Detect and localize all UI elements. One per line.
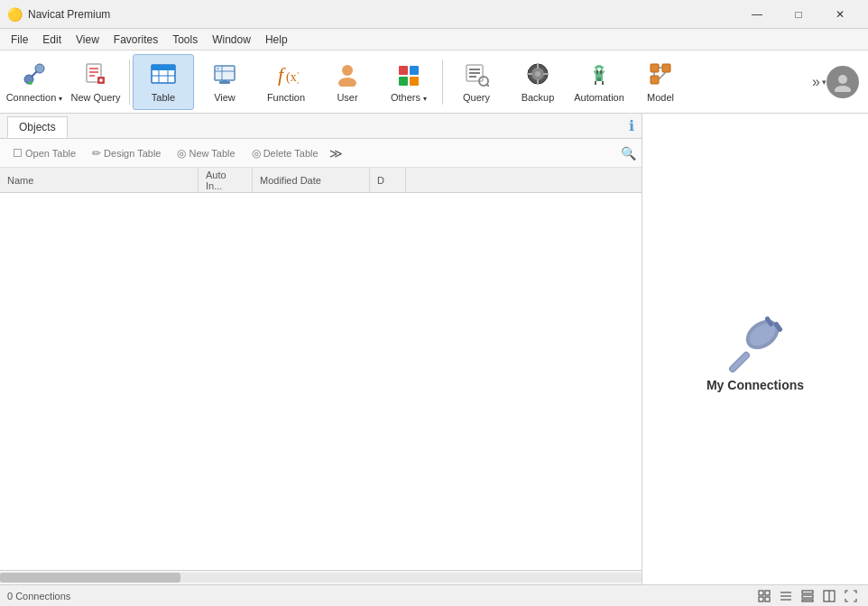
minimize-button[interactable]: — — [736, 0, 778, 29]
svg-rect-72 — [802, 595, 813, 598]
svg-rect-53 — [662, 64, 670, 72]
detail-icon — [801, 590, 814, 602]
svg-point-37 — [535, 71, 540, 77]
right-panel: My Connections — [642, 114, 868, 584]
delete-table-icon: ◎ — [252, 147, 261, 160]
info-button[interactable]: ℹ — [629, 117, 634, 134]
toolbar-model-button[interactable]: Model — [630, 54, 691, 110]
toolbar-view-button[interactable]: View — [194, 54, 255, 110]
content-area: Objects ℹ ☐ Open Table ✏ Design Table ◎ … — [0, 114, 868, 584]
table-label: Table — [152, 92, 175, 103]
toolbar-table-button[interactable]: Table — [133, 54, 194, 110]
connection-label: Connection ▾ — [6, 92, 63, 103]
svg-rect-45 — [596, 70, 598, 74]
menu-favorites[interactable]: Favorites — [106, 29, 165, 50]
window-controls: — □ ✕ — [736, 0, 861, 29]
maximize-button[interactable]: □ — [778, 0, 819, 29]
list-view-button[interactable] — [776, 587, 796, 605]
svg-rect-40 — [528, 73, 532, 75]
toolbar-others-button[interactable]: Others ▾ — [378, 54, 439, 110]
menu-window[interactable]: Window — [205, 29, 258, 50]
list-icon — [780, 590, 792, 602]
design-table-icon: ✏ — [92, 147, 101, 160]
action-bar: ☐ Open Table ✏ Design Table ◎ New Table … — [0, 139, 642, 168]
delete-table-button[interactable]: ◎ Delete Table — [245, 145, 326, 161]
close-button[interactable]: ✕ — [819, 0, 861, 29]
svg-rect-66 — [759, 597, 763, 601]
toolbar-function-button[interactable]: f (x) Function — [255, 54, 317, 110]
svg-text:(x): (x) — [286, 70, 299, 85]
svg-point-59 — [835, 86, 851, 92]
newquery-label: New Query — [70, 92, 120, 103]
open-table-icon: ☐ — [13, 147, 23, 160]
svg-rect-41 — [543, 73, 548, 75]
split-icon — [823, 590, 836, 602]
svg-rect-64 — [759, 591, 763, 595]
new-table-icon: ◎ — [177, 147, 186, 160]
toolbar-automation-button[interactable]: Automation — [568, 54, 630, 110]
objects-tab[interactable]: Objects — [7, 116, 68, 138]
split-view-button[interactable] — [819, 587, 839, 605]
svg-line-34 — [486, 84, 489, 87]
detail-view-button[interactable] — [798, 587, 817, 605]
svg-rect-49 — [597, 78, 601, 81]
svg-line-57 — [659, 72, 666, 79]
newquery-icon — [83, 61, 108, 90]
toolbar-query-button[interactable]: Query — [446, 54, 507, 110]
new-table-button[interactable]: ◎ New Table — [170, 145, 242, 161]
others-icon — [396, 61, 421, 90]
svg-point-58 — [838, 75, 847, 84]
svg-rect-54 — [651, 76, 659, 84]
function-icon: f (x) — [273, 61, 299, 90]
menu-tools[interactable]: Tools — [165, 29, 205, 50]
my-connections-area: My Connections — [706, 132, 804, 566]
menu-edit[interactable]: Edit — [35, 29, 69, 50]
toolbar-backup-button[interactable]: Backup — [507, 54, 568, 110]
status-bar: 0 Connections — [0, 584, 868, 606]
backup-label: Backup — [522, 92, 555, 103]
horizontal-scrollbar[interactable] — [0, 570, 642, 584]
svg-rect-27 — [399, 77, 408, 86]
fullscreen-button[interactable] — [841, 587, 861, 605]
col-modified-header: Modified Date — [253, 168, 370, 192]
svg-point-24 — [338, 78, 356, 87]
svg-rect-52 — [651, 64, 659, 72]
view-icon — [212, 61, 237, 90]
action-search-button[interactable]: 🔍 — [621, 146, 636, 161]
scroll-thumb[interactable] — [0, 573, 180, 583]
svg-rect-16 — [215, 66, 235, 80]
menu-bar: File Edit View Favorites Tools Window He… — [0, 29, 868, 50]
scroll-track — [0, 573, 642, 583]
open-table-button[interactable]: ☐ Open Table — [5, 145, 83, 161]
table-header: Name Auto In... Modified Date D — [0, 168, 642, 193]
fullscreen-icon — [845, 590, 857, 602]
others-label: Others ▾ — [391, 92, 427, 103]
grid-view-button[interactable] — [754, 587, 774, 605]
action-more-button[interactable]: ≫ — [329, 146, 343, 161]
query-label: Query — [463, 92, 490, 103]
toolbar-newquery-button[interactable]: New Query — [65, 54, 126, 110]
svg-rect-39 — [537, 79, 539, 84]
svg-point-3 — [29, 81, 32, 85]
svg-rect-67 — [765, 597, 770, 601]
menu-help[interactable]: Help — [258, 29, 295, 50]
status-icons — [754, 587, 861, 605]
menu-file[interactable]: File — [4, 29, 35, 50]
menu-view[interactable]: View — [69, 29, 106, 50]
design-table-button[interactable]: ✏ Design Table — [85, 145, 168, 161]
toolbar-user-button[interactable]: User — [317, 54, 378, 110]
profile-avatar[interactable] — [826, 66, 859, 98]
svg-point-23 — [342, 65, 353, 76]
toolbar-sep-2 — [442, 60, 443, 105]
grid-icon — [758, 590, 771, 602]
svg-rect-46 — [600, 70, 602, 74]
automation-icon — [586, 61, 612, 90]
toolbar-connection-button[interactable]: Connection ▾ — [4, 54, 65, 110]
svg-text:f: f — [278, 63, 286, 86]
model-label: Model — [647, 92, 674, 103]
user-icon — [335, 61, 360, 90]
toolbar-sep-1 — [129, 60, 130, 105]
svg-line-2 — [32, 71, 37, 77]
svg-point-47 — [594, 68, 596, 70]
automation-label: Automation — [574, 92, 624, 103]
